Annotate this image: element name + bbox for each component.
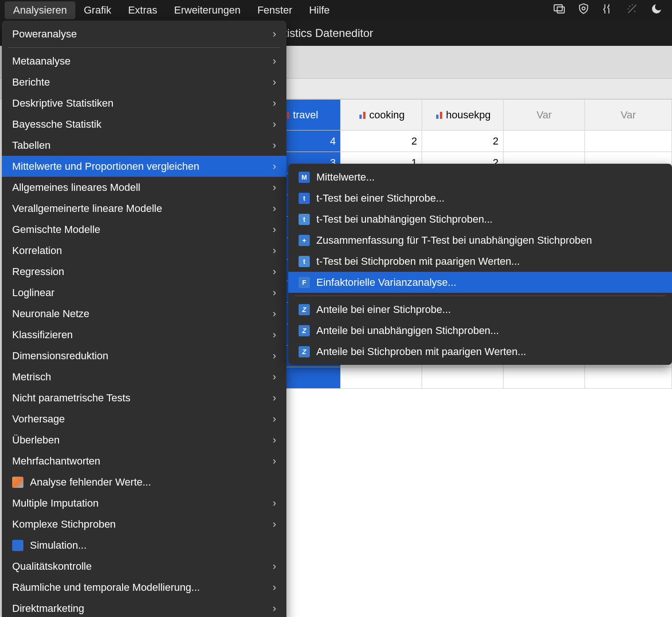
cell[interactable] [504,131,585,152]
menu-item-label: Dimensionsreduktion [12,350,252,362]
svg-rect-4 [287,112,289,119]
menu-item[interactable]: Loglinear› [2,282,286,303]
chevron-right-icon: › [273,97,276,109]
shield-icon[interactable] [577,3,590,18]
svg-rect-1 [557,7,564,13]
chevron-right-icon: › [273,118,276,131]
svg-point-2 [582,7,585,10]
table-row[interactable]: 1422 [232,131,672,152]
menu-item-label: Metrisch [12,371,252,383]
menu-item[interactable]: Mittelwerte und Proportionen vergleichen… [2,156,286,177]
menu-item-label: Poweranalyse [12,28,252,40]
menu-extras[interactable]: Extras [120,1,166,19]
menu-item-label: Loglinear [12,287,252,299]
menu-item[interactable]: Deskriptive Statistiken› [2,93,286,114]
menu-item[interactable]: Direktmarketing› [2,598,286,617]
cell[interactable] [585,131,672,152]
menu-item-label: Deskriptive Statistiken [12,97,252,109]
menu-item[interactable]: Nicht parametrische Tests› [2,387,286,408]
cell[interactable] [341,367,422,389]
menu-item[interactable]: Neuronale Netze› [2,303,286,324]
chevron-right-icon: › [273,518,276,530]
menu-item[interactable]: Überleben› [2,429,286,450]
submenu-item[interactable]: FEinfaktorielle Varianzanalyse... [288,272,672,293]
cell[interactable]: 2 [341,131,422,152]
submenu-item-label: Mittelwerte... [316,171,662,183]
menu-item[interactable]: Korrelation› [2,240,286,261]
chevron-right-icon: › [273,224,276,236]
stat-F-icon: F [299,277,310,288]
cell[interactable] [422,367,504,389]
chevron-right-icon: › [273,55,276,67]
menu-item[interactable]: Bayessche Statistik› [2,114,286,135]
cell[interactable]: 2 [422,131,504,152]
menu-item[interactable]: Qualitätskontrolle› [2,556,286,577]
menu-item[interactable]: Gemischte Modelle› [2,219,286,240]
menu-item[interactable]: Analyse fehlender Werte... [2,472,286,493]
submenu-item[interactable]: ZAnteile bei Stichproben mit paarigen We… [288,341,672,362]
submenu-item-label: t-Test bei unabhängigen Stichproben... [316,213,662,225]
submenu-item[interactable]: +Zusammenfassung für T-Test bei unabhäng… [288,230,672,251]
menu-item[interactable]: Komplexe Stichproben› [2,514,286,535]
svg-rect-0 [554,5,562,11]
moon-icon[interactable] [650,3,663,18]
menu-item[interactable]: Mehrfachantworten› [2,450,286,472]
menu-item[interactable]: Berichte› [2,72,286,93]
menu-item[interactable]: Poweranalyse› [2,23,286,44]
menu-item[interactable]: Multiple Imputation› [2,493,286,514]
menu-item-label: Räumliche und temporale Modellierung... [12,581,252,594]
menu-item[interactable]: Metaanalyse› [2,51,286,72]
column-header-label: travel [293,109,318,120]
menu-hilfe[interactable]: Hilfe [300,1,338,19]
menu-grafik[interactable]: Grafik [75,1,120,19]
table-row[interactable]: 1 [232,367,672,389]
submenu-item[interactable]: tt-Test bei einer Stichprobe... [288,188,672,209]
wand-icon[interactable] [626,3,638,18]
submenu-item[interactable]: tt-Test bei unabhängigen Stichproben... [288,209,672,230]
menu-analysieren[interactable]: Analysieren [5,1,75,19]
menu-item-label: Neuronale Netze [12,308,252,320]
menu-item[interactable]: Räumliche und temporale Modellierung...› [2,577,286,598]
column-header-cooking[interactable]: cooking [341,100,422,131]
menu-item[interactable]: Verallgemeinerte lineare Modelle› [2,198,286,219]
column-header-housekpg[interactable]: housekpg [422,100,504,131]
menu-fenster[interactable]: Fenster [249,1,301,19]
chevron-right-icon: › [273,560,276,573]
submenu-item[interactable]: ZAnteile bei unabhängigen Stichproben... [288,320,672,341]
column-header-var-1[interactable]: Var [504,100,585,131]
submenu-item-label: t-Test bei einer Stichprobe... [316,192,662,204]
cell[interactable] [585,367,672,389]
menu-item[interactable]: Regression› [2,261,286,282]
chevron-right-icon: › [273,308,276,320]
menu-item-label: Bayessche Statistik [12,118,252,131]
submenu-item[interactable]: ZAnteile bei einer Stichprobe... [288,299,672,320]
chevron-right-icon: › [273,245,276,257]
cell[interactable] [504,367,585,389]
menu-item[interactable]: Simulation... [2,535,286,556]
monitor-icon[interactable] [553,3,565,18]
menu-compare-means-submenu: MMittelwerte...tt-Test bei einer Stichpr… [288,164,672,365]
menu-item[interactable]: Tabellen› [2,135,286,156]
menu-item[interactable]: Klassifizieren› [2,324,286,345]
menu-item-label: Berichte [12,76,252,88]
column-header-var-2[interactable]: Var [585,100,672,131]
menu-analyze-dropdown: Poweranalyse›Metaanalyse›Berichte›Deskri… [2,21,286,617]
menu-item-label: Direktmarketing [12,602,252,615]
chevron-right-icon: › [273,139,276,152]
menu-item-label: Überleben [12,434,252,446]
menu-erweiterungen[interactable]: Erweiterungen [166,1,249,19]
menu-item-label: Mehrfachantworten [12,455,252,467]
menu-item[interactable]: Allgemeines lineares Modell› [2,177,286,198]
submenu-item[interactable]: MMittelwerte... [288,167,672,188]
menu-item[interactable]: Metrisch› [2,366,286,387]
stat-t2-icon: t [299,214,310,225]
svg-rect-5 [359,115,362,119]
stat-Z-icon: Z [299,304,310,315]
menu-item[interactable]: Vorhersage› [2,408,286,429]
menu-item-label: Nicht parametrische Tests [12,392,252,404]
chevron-right-icon: › [273,181,276,194]
menu-item-label: Komplexe Stichproben [12,518,252,530]
submenu-item[interactable]: tt-Test bei Stichproben mit paarigen Wer… [288,251,672,272]
menu-item[interactable]: Dimensionsreduktion› [2,345,286,366]
tools-icon[interactable] [602,3,614,18]
